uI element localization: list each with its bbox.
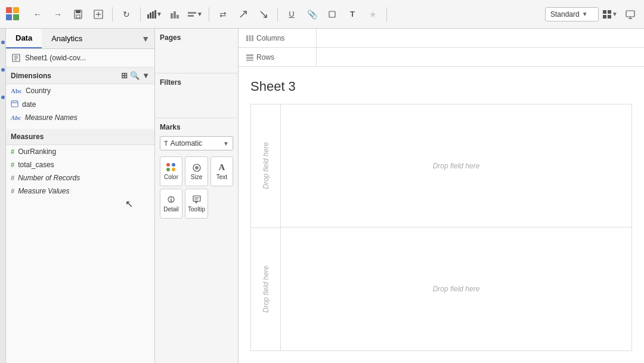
field-total-cases[interactable]: # total_cases xyxy=(6,158,154,171)
sheet-title: Sheet 3 xyxy=(250,79,632,94)
field-ourranking[interactable]: # OurRanking xyxy=(6,145,154,158)
pages-content[interactable] xyxy=(160,44,233,68)
field-total-cases-label: total_cases xyxy=(18,161,54,169)
columns-label-text: Columns xyxy=(256,34,284,42)
text-button[interactable]: T xyxy=(343,5,361,23)
marks-size-button[interactable]: Size xyxy=(185,156,208,186)
marks-size-label: Size xyxy=(191,174,202,180)
field-number-of-records[interactable]: # Number of Records xyxy=(6,171,154,184)
svg-rect-46 xyxy=(246,35,248,41)
left-edge xyxy=(0,29,6,363)
dimensions-search-icon[interactable]: 🔍 xyxy=(130,71,140,80)
toolbar: ← → ↻ ▼ ▼ ⇄ U 📎 T ★ Standar xyxy=(0,0,644,29)
filters-section: Filters xyxy=(155,73,238,118)
svg-rect-26 xyxy=(626,11,634,17)
sort-desc-button[interactable] xyxy=(255,5,273,23)
canvas-drop-right-top[interactable]: Drop field here xyxy=(281,104,631,227)
field-ourranking-label: OurRanking xyxy=(18,147,56,156)
marks-detail-label: Detail xyxy=(163,206,179,213)
star-button[interactable]: ★ xyxy=(364,5,382,23)
svg-rect-5 xyxy=(76,10,80,13)
svg-rect-15 xyxy=(174,11,176,19)
refresh-button[interactable]: ↻ xyxy=(117,5,135,23)
dimensions-expand-icon[interactable]: ▼ xyxy=(142,71,150,80)
sheet-canvas: Sheet 3 Drop field here Drop field here … xyxy=(239,67,644,363)
chart-button-2[interactable]: ▼ xyxy=(186,5,204,23)
canvas-right-column: Drop field here Drop field here xyxy=(281,104,631,350)
svg-rect-48 xyxy=(252,35,253,41)
underline-button[interactable]: U xyxy=(283,5,301,23)
tab-analytics[interactable]: Analytics xyxy=(42,29,92,48)
field-measure-values[interactable]: # Measure Values xyxy=(6,184,154,198)
drop-field-left-top: Drop field here xyxy=(262,142,270,189)
measures-header: Measures xyxy=(6,129,154,145)
color-dot-orange xyxy=(172,168,175,171)
rows-row: Rows xyxy=(239,48,644,67)
dimensions-label: Dimensions xyxy=(11,72,51,80)
nav-forward-button[interactable]: → xyxy=(49,5,67,23)
show-me-button[interactable]: ▼ xyxy=(145,5,163,23)
svg-marker-43 xyxy=(195,201,197,203)
dimensions-grid-icon[interactable]: ⊞ xyxy=(121,71,128,80)
toolbar-right: Standard ▼ ▼ xyxy=(545,5,639,23)
field-measure-values-label: Measure Values xyxy=(18,187,69,195)
canvas-drop-left-bottom[interactable]: Drop field here xyxy=(251,228,280,351)
marks-color-button[interactable]: Color xyxy=(160,156,182,186)
marks-tooltip-label: Tooltip xyxy=(188,206,205,213)
sort-asc-button[interactable] xyxy=(234,5,252,23)
svg-rect-25 xyxy=(608,15,611,19)
save-button[interactable] xyxy=(69,5,87,23)
cursor-area: ↖ xyxy=(6,198,154,210)
columns-content[interactable] xyxy=(316,29,644,47)
columns-label: Columns xyxy=(239,34,316,42)
canvas-drop-right-bottom[interactable]: Drop field here xyxy=(281,227,631,350)
marks-dropdown-arrow: ▼ xyxy=(223,140,229,147)
svg-point-38 xyxy=(195,166,199,170)
columns-row: Columns xyxy=(239,29,644,48)
drop-field-left-bottom: Drop field here xyxy=(262,266,270,313)
canvas-drop-left-top[interactable]: Drop field here xyxy=(251,104,280,228)
field-country[interactable]: Abc Country xyxy=(6,84,154,97)
dimensions-header: Dimensions ⊞ 🔍 ▼ xyxy=(6,67,154,84)
marks-tooltip-button[interactable]: Tooltip xyxy=(185,189,208,219)
filters-content[interactable] xyxy=(160,89,233,113)
chart-button-1[interactable] xyxy=(166,5,184,23)
svg-rect-50 xyxy=(246,57,253,59)
color-icon xyxy=(166,163,176,173)
hash-icon-measure-values: # xyxy=(11,187,14,195)
svg-rect-23 xyxy=(608,10,611,14)
marks-type-dropdown[interactable]: T Automatic ▼ xyxy=(160,136,233,150)
separator-5[interactable] xyxy=(323,5,341,23)
standard-dropdown[interactable]: Standard ▼ xyxy=(545,7,599,21)
marks-type-icon: T xyxy=(164,140,168,147)
color-dot-blue xyxy=(172,163,175,167)
rows-content[interactable] xyxy=(316,48,644,66)
hash-icon-number-of-records: # xyxy=(11,174,14,182)
sheet-item[interactable]: Sheet1 (owid-cov... xyxy=(6,49,154,67)
cal-icon-date xyxy=(11,100,18,109)
marks-detail-button[interactable]: Detail xyxy=(160,189,182,219)
hash-icon-ourranking: # xyxy=(11,148,14,155)
view-mode-button[interactable]: ▼ xyxy=(601,5,619,23)
paperclip-button[interactable]: 📎 xyxy=(303,5,321,23)
field-date[interactable]: date xyxy=(6,97,154,111)
tab-data[interactable]: Data xyxy=(6,29,42,48)
app-logo xyxy=(5,6,21,23)
field-date-label: date xyxy=(22,100,36,109)
svg-point-41 xyxy=(171,197,172,198)
svg-rect-49 xyxy=(246,54,253,56)
canvas-grid[interactable]: Drop field here Drop field here Drop fie… xyxy=(250,104,632,351)
nav-back-button[interactable]: ← xyxy=(29,5,47,23)
separator-1 xyxy=(112,7,113,21)
swap-button[interactable]: ⇄ xyxy=(214,5,232,23)
field-measure-names[interactable]: Abc Measure Names xyxy=(6,111,154,124)
marks-text-button[interactable]: A Text xyxy=(210,156,233,186)
color-dot-red xyxy=(166,163,170,167)
color-dot-green xyxy=(166,168,170,171)
panel-tab-arrow[interactable]: ▼ xyxy=(137,32,154,46)
field-number-of-records-label: Number of Records xyxy=(18,174,80,182)
sheet-icon xyxy=(11,53,21,63)
present-button[interactable] xyxy=(621,5,639,23)
add-datasource-button[interactable] xyxy=(89,5,107,23)
svg-rect-2 xyxy=(6,14,12,20)
